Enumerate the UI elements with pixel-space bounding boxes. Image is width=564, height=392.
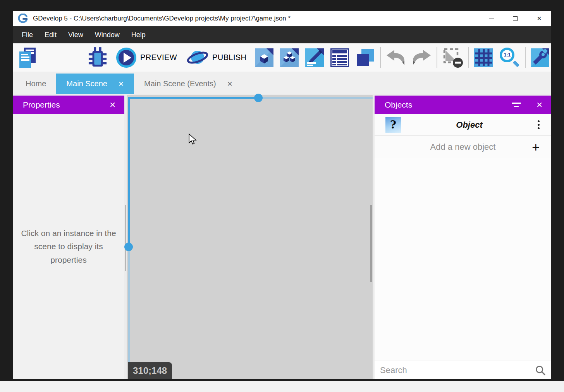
toolbar-separator <box>437 47 437 68</box>
tab-home[interactable]: Home <box>15 74 56 94</box>
cursor-coordinates: 310;148 <box>133 365 167 376</box>
object-thumbnail-icon: ? <box>385 117 401 133</box>
toggle-grid-button[interactable] <box>474 48 493 67</box>
resize-handle-left[interactable] <box>124 243 133 251</box>
toolbar-separator <box>525 47 526 68</box>
toolbar-separator <box>468 47 469 68</box>
play-icon <box>116 47 137 68</box>
project-manager-icon <box>17 47 38 68</box>
tab-home-label: Home <box>26 79 46 88</box>
close-properties-icon[interactable]: ✕ <box>109 100 116 110</box>
taskbar-strip <box>0 381 564 392</box>
cursor-coordinates-badge: 310;148 <box>128 362 172 379</box>
instances-list-button[interactable] <box>356 48 375 67</box>
zoom-ratio-label: 1:1 <box>504 52 511 58</box>
app-window: GDevelop 5 - C:\Users\charburg\Documents… <box>13 11 551 379</box>
gdevelop-logo-icon <box>17 13 28 24</box>
mouse-cursor-icon <box>189 134 198 148</box>
game-window-border-top <box>128 97 258 99</box>
close-icon: ✕ <box>537 15 542 22</box>
preview-button[interactable]: PREVIEW <box>116 47 177 68</box>
menu-help[interactable]: Help <box>126 26 151 43</box>
add-object-button[interactable]: Add a new object + <box>375 136 551 158</box>
properties-panel-title: Properties <box>23 100 60 110</box>
scene-properties-button[interactable] <box>305 48 324 67</box>
titlebar: GDevelop 5 - C:\Users\charburg\Documents… <box>13 11 551 26</box>
properties-empty-message: Click on an instance in the scene to dis… <box>19 227 118 267</box>
zoom-reset-button[interactable]: 1:1 <box>500 48 520 68</box>
properties-panel-header: Properties ✕ <box>13 96 124 114</box>
objects-panel-title: Objects <box>385 100 412 110</box>
object-menu-icon[interactable] <box>538 120 540 129</box>
tab-main-scene[interactable]: Main Scene ✕ <box>56 74 134 94</box>
zoom-1-1-icon: 1:1 <box>500 48 520 68</box>
canvas-scrollbar[interactable] <box>370 205 372 282</box>
close-tab-icon[interactable]: ✕ <box>227 80 233 88</box>
grid-icon <box>474 48 493 67</box>
desktop-background: GDevelop 5 - C:\Users\charburg\Documents… <box>0 0 564 392</box>
publish-button[interactable]: PUBLISH <box>186 47 246 68</box>
object-name: Object <box>401 120 538 130</box>
tab-main-scene-events-label: Main Scene (Events) <box>144 79 216 88</box>
editor-content: Properties ✕ Click on an instance in the… <box>13 94 551 379</box>
objects-panel: Objects ✕ ? Object Add a new object + <box>375 96 551 379</box>
window-controls: ✕ <box>479 11 551 26</box>
stacked-layers-icon <box>356 48 375 67</box>
pencil-icon <box>305 48 324 67</box>
layers-list-icon <box>330 48 349 67</box>
redo-button[interactable] <box>412 49 432 66</box>
menu-edit[interactable]: Edit <box>39 26 62 43</box>
minimize-icon <box>489 19 494 19</box>
close-objects-icon[interactable]: ✕ <box>536 100 543 110</box>
objects-panel-header: Objects ✕ <box>375 96 551 114</box>
scene-settings-button[interactable] <box>531 48 549 67</box>
undo-button[interactable] <box>386 49 405 66</box>
menu-view[interactable]: View <box>62 26 89 43</box>
close-window-button[interactable]: ✕ <box>527 11 551 26</box>
objects-editor-button[interactable] <box>255 48 273 67</box>
minimize-button[interactable] <box>479 11 503 26</box>
tab-main-scene-events[interactable]: Main Scene (Events) ✕ <box>134 74 243 94</box>
selection-mask-icon <box>442 47 463 68</box>
undo-icon <box>386 49 405 66</box>
wrench-icon <box>531 48 549 67</box>
menu-window[interactable]: Window <box>89 26 126 43</box>
globe-icon <box>186 47 209 68</box>
publish-label: PUBLISH <box>212 53 246 62</box>
toolbar-separator <box>380 47 381 68</box>
tabbar: Home Main Scene ✕ Main Scene (Events) ✕ <box>13 72 551 94</box>
object-groups-icon <box>280 48 299 67</box>
resize-handle-top[interactable] <box>254 94 263 102</box>
menu-file[interactable]: File <box>16 26 39 43</box>
object-list-item[interactable]: ? Object <box>375 114 551 136</box>
add-object-label: Add a new object <box>375 142 551 152</box>
objects-search-bar <box>375 361 551 379</box>
toolbar: PREVIEW PUBLISH <box>13 43 551 72</box>
layers-editor-button[interactable] <box>330 48 349 67</box>
search-input[interactable] <box>380 365 535 375</box>
close-tab-icon[interactable]: ✕ <box>118 80 124 88</box>
game-window-border-top-extension <box>258 97 373 99</box>
properties-panel: Properties ✕ Click on an instance in the… <box>13 96 124 379</box>
properties-panel-body: Click on an instance in the scene to dis… <box>13 114 124 379</box>
plus-icon: + <box>532 140 540 154</box>
bug-icon <box>88 46 107 69</box>
menubar: File Edit View Window Help <box>13 26 551 43</box>
object-cube-icon <box>255 48 273 67</box>
window-title: GDevelop 5 - C:\Users\charburg\Documents… <box>33 15 291 22</box>
properties-scrollbar[interactable] <box>125 205 126 271</box>
toggle-mask-button[interactable] <box>442 47 463 68</box>
preview-label: PREVIEW <box>140 53 177 62</box>
search-icon <box>535 365 546 376</box>
debugger-button[interactable] <box>88 46 107 69</box>
maximize-button[interactable] <box>503 11 527 26</box>
project-manager-button[interactable] <box>17 47 38 68</box>
game-window-border-left <box>128 97 130 247</box>
maximize-icon <box>513 16 518 21</box>
scene-canvas[interactable]: 310;148 <box>127 95 373 379</box>
redo-icon <box>412 49 432 66</box>
filter-icon[interactable] <box>511 103 521 107</box>
tab-main-scene-label: Main Scene <box>66 79 107 88</box>
game-window-border-left-extension <box>128 247 130 379</box>
object-groups-button[interactable] <box>280 48 299 67</box>
